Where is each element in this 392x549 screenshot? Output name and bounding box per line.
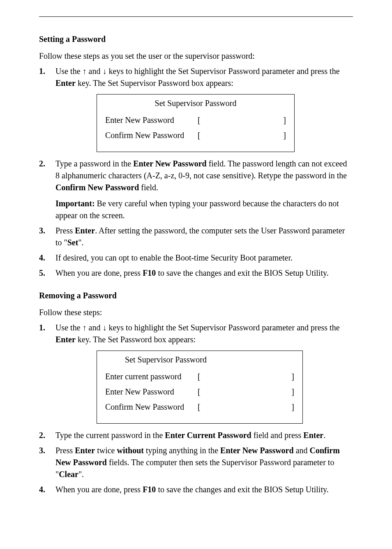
heading-setting-password: Setting a Password	[39, 33, 353, 45]
bracket-close: ]	[291, 372, 294, 381]
confirm-new-password-label: Confirm New Password	[105, 402, 198, 412]
down-arrow-icon: ↓	[102, 323, 106, 332]
intro-setting: Follow these steps as you set the user o…	[39, 50, 353, 62]
step-number: 3.	[39, 445, 55, 480]
bracket-open: [	[198, 131, 201, 140]
important-label: Important:	[55, 199, 95, 208]
confirm-new-password-field[interactable]: [ ]	[198, 402, 294, 412]
setting-step-3: 3. Press Enter. After setting the passwo…	[39, 225, 353, 249]
removing-step-1: 1. Use the ↑ and ↓ keys to highlight the…	[39, 322, 353, 346]
intro-removing: Follow these steps:	[39, 307, 353, 318]
step-number: 4.	[39, 252, 55, 264]
step-text-part: and	[89, 67, 103, 76]
dialog-row: Enter current password [ ]	[105, 372, 294, 381]
set-supervisor-password-dialog-2: Set Supervisor Password Enter current pa…	[97, 351, 303, 424]
step-text: When you are done, press F10 to save the…	[55, 485, 329, 494]
up-arrow-icon: ↑	[83, 323, 87, 332]
step-number: 1.	[39, 322, 55, 346]
bracket-open: [	[198, 115, 201, 125]
important-note: Important: Be very careful when typing y…	[55, 198, 353, 221]
enter-new-password-label: Enter New Password	[105, 387, 198, 397]
step-number: 4.	[39, 484, 55, 496]
removing-step-2: 2. Type the current password in the Ente…	[39, 429, 353, 441]
step-number: 5.	[39, 267, 55, 279]
step-text: If desired, you can opt to enable the Bo…	[55, 252, 353, 264]
step-text: Press Enter twice without typing anythin…	[55, 446, 340, 479]
top-rule	[39, 16, 353, 17]
bracket-open: [	[198, 402, 201, 412]
important-text: Be very careful when typing your passwor…	[55, 199, 339, 220]
step-text: Press Enter. After setting the password,…	[55, 226, 345, 247]
step-number: 1.	[39, 65, 55, 89]
dialog-row: Enter New Password [ ]	[105, 115, 286, 125]
down-arrow-icon: ↓	[102, 67, 106, 76]
enter-new-password-label: Enter New Password	[105, 115, 198, 125]
enter-current-password-field[interactable]: [ ]	[198, 372, 294, 381]
step-number: 2.	[39, 429, 55, 441]
step-number: 2.	[39, 158, 55, 194]
enter-new-password-field[interactable]: [ ]	[198, 387, 294, 397]
dialog-title: Set Supervisor Password	[125, 355, 294, 364]
step-text: Type the current password in the Enter C…	[55, 431, 325, 440]
step-text: When you are done, press F10 to save the…	[55, 268, 329, 277]
dialog-title: Set Supervisor Password	[105, 99, 286, 108]
enter-new-password-field[interactable]: [ ]	[198, 115, 286, 125]
bracket-open: [	[198, 372, 201, 381]
setting-step-4: 4. If desired, you can opt to enable the…	[39, 252, 353, 264]
enter-current-password-label: Enter current password	[105, 372, 198, 381]
bracket-close: ]	[291, 402, 294, 412]
step-text-part: and	[89, 323, 103, 332]
setting-step-5: 5. When you are done, press F10 to save …	[39, 267, 353, 279]
dialog-row: Confirm New Password [ ]	[105, 131, 286, 140]
bracket-close: ]	[283, 131, 286, 140]
dialog-row: Confirm New Password [ ]	[105, 402, 294, 412]
up-arrow-icon: ↑	[83, 67, 87, 76]
step-text-part: Use the	[55, 67, 83, 76]
dialog-row: Enter New Password [ ]	[105, 387, 294, 397]
removing-step-3: 3. Press Enter twice without typing anyt…	[39, 445, 353, 480]
heading-removing-password: Removing a Password	[39, 290, 353, 302]
step-text-part: Use the	[55, 323, 83, 332]
removing-step-4: 4. When you are done, press F10 to save …	[39, 484, 353, 496]
step-number: 3.	[39, 225, 55, 249]
confirm-new-password-field[interactable]: [ ]	[198, 131, 286, 140]
bracket-close: ]	[283, 115, 286, 125]
confirm-new-password-label: Confirm New Password	[105, 131, 198, 140]
step-text: Type a password in the Enter New Passwor…	[55, 159, 347, 192]
bracket-close: ]	[291, 387, 294, 397]
set-supervisor-password-dialog-1: Set Supervisor Password Enter New Passwo…	[97, 94, 295, 152]
setting-step-2: 2. Type a password in the Enter New Pass…	[39, 158, 353, 194]
setting-step-1: 1. Use the ↑ and ↓ keys to highlight the…	[39, 65, 353, 89]
bracket-open: [	[198, 387, 201, 397]
